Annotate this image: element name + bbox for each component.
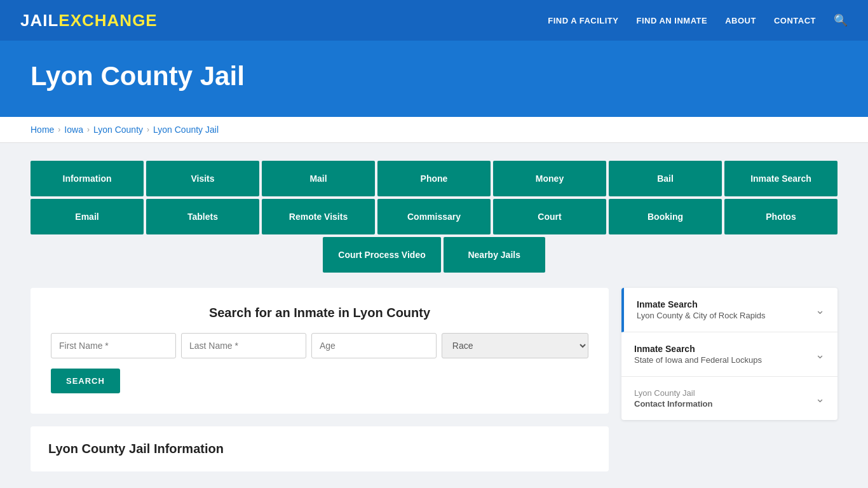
sidebar-item-contact[interactable]: Lyon County Jail Contact Information ⌄ — [621, 377, 837, 420]
search-button[interactable]: SEARCH — [51, 369, 120, 393]
btn-nearby-jails[interactable]: Nearby Jails — [444, 237, 545, 273]
breadcrumb-lyon-county[interactable]: Lyon County — [93, 125, 143, 135]
sidebar-item-subtitle-contact: Contact Information — [634, 399, 713, 409]
sidebar-item-text-iowa: Inmate Search State of Iowa and Federal … — [634, 344, 762, 365]
btn-inmate-search[interactable]: Inmate Search — [724, 161, 837, 196]
nav-about[interactable]: ABOUT — [725, 16, 756, 25]
btn-mail[interactable]: Mail — [262, 161, 375, 196]
navbar: JAILEXCHANGE FIND A FACILITY FIND AN INM… — [0, 0, 868, 41]
chevron-icon-contact: ⌄ — [815, 391, 825, 405]
breadcrumb-current: Lyon County Jail — [153, 125, 219, 135]
info-section: Lyon County Jail Information — [31, 426, 609, 471]
nav-find-inmate[interactable]: FIND AN INMATE — [636, 16, 707, 25]
btn-phone[interactable]: Phone — [377, 161, 491, 196]
btn-booking[interactable]: Booking — [609, 199, 722, 234]
btn-commissary[interactable]: Commissary — [377, 199, 491, 234]
btn-information[interactable]: Information — [31, 161, 144, 196]
sidebar-item-subtitle-iowa: State of Iowa and Federal Lockups — [634, 355, 762, 365]
btn-visits[interactable]: Visits — [146, 161, 259, 196]
search-panel: Search for an Inmate in Lyon County Race… — [31, 288, 609, 414]
btn-tablets[interactable]: Tablets — [146, 199, 259, 234]
btn-court-process-video[interactable]: Court Process Video — [323, 237, 440, 273]
button-grid-row2: Email Tablets Remote Visits Commissary C… — [31, 199, 837, 234]
btn-photos[interactable]: Photos — [724, 199, 837, 234]
breadcrumb: Home › Iowa › Lyon County › Lyon County … — [0, 117, 868, 143]
sidebar-item-title-lyon: Inmate Search — [637, 299, 766, 309]
age-input[interactable] — [311, 333, 437, 358]
info-title: Lyon County Jail Information — [48, 442, 591, 456]
logo-exchange: EXCHANGE — [58, 11, 157, 30]
search-fields: Race — [51, 333, 588, 358]
breadcrumb-home[interactable]: Home — [31, 125, 54, 135]
nav-find-facility[interactable]: FIND A FACILITY — [548, 16, 618, 25]
breadcrumb-sep-1: › — [58, 125, 60, 134]
button-grid-row1: Information Visits Mail Phone Money Bail… — [31, 161, 837, 196]
sidebar-item-inmate-search-iowa[interactable]: Inmate Search State of Iowa and Federal … — [621, 332, 837, 377]
sidebar-item-text-lyon: Inmate Search Lyon County & City of Rock… — [637, 299, 766, 320]
site-logo[interactable]: JAILEXCHANGE — [20, 11, 158, 30]
btn-remote-visits[interactable]: Remote Visits — [262, 199, 375, 234]
sidebar-item-inmate-search-lyon[interactable]: Inmate Search Lyon County & City of Rock… — [621, 288, 837, 332]
main-content: Information Visits Mail Phone Money Bail… — [0, 143, 868, 488]
sidebar-card: Inmate Search Lyon County & City of Rock… — [621, 288, 837, 420]
logo-jail: JAIL — [20, 11, 58, 30]
chevron-icon-iowa: ⌄ — [815, 348, 825, 362]
two-column-layout: Search for an Inmate in Lyon County Race… — [31, 288, 837, 471]
hero-section: Lyon County Jail — [0, 41, 868, 117]
btn-money[interactable]: Money — [493, 161, 606, 196]
sidebar-item-title-iowa: Inmate Search — [634, 344, 762, 354]
button-grid-row3: Court Process Video Nearby Jails — [31, 237, 837, 273]
search-title: Search for an Inmate in Lyon County — [51, 306, 588, 320]
race-select[interactable]: Race — [442, 333, 588, 358]
sidebar-item-text-contact: Lyon County Jail Contact Information — [634, 388, 713, 409]
first-name-input[interactable] — [51, 333, 176, 358]
sidebar-item-subtitle-lyon: Lyon County & City of Rock Rapids — [637, 311, 766, 320]
nav-contact[interactable]: CONTACT — [774, 16, 816, 25]
left-column: Search for an Inmate in Lyon County Race… — [31, 288, 609, 471]
breadcrumb-iowa[interactable]: Iowa — [64, 125, 83, 135]
btn-email[interactable]: Email — [31, 199, 144, 234]
btn-court[interactable]: Court — [493, 199, 606, 234]
last-name-input[interactable] — [181, 333, 306, 358]
sidebar: Inmate Search Lyon County & City of Rock… — [621, 288, 837, 420]
btn-bail[interactable]: Bail — [609, 161, 722, 196]
breadcrumb-sep-3: › — [147, 125, 149, 134]
sidebar-item-title-contact: Lyon County Jail — [634, 388, 713, 398]
nav-links: FIND A FACILITY FIND AN INMATE ABOUT CON… — [548, 13, 848, 27]
chevron-icon-lyon: ⌄ — [815, 303, 825, 317]
search-icon[interactable]: 🔍 — [834, 13, 848, 27]
breadcrumb-sep-2: › — [87, 125, 90, 134]
page-title: Lyon County Jail — [31, 61, 837, 92]
